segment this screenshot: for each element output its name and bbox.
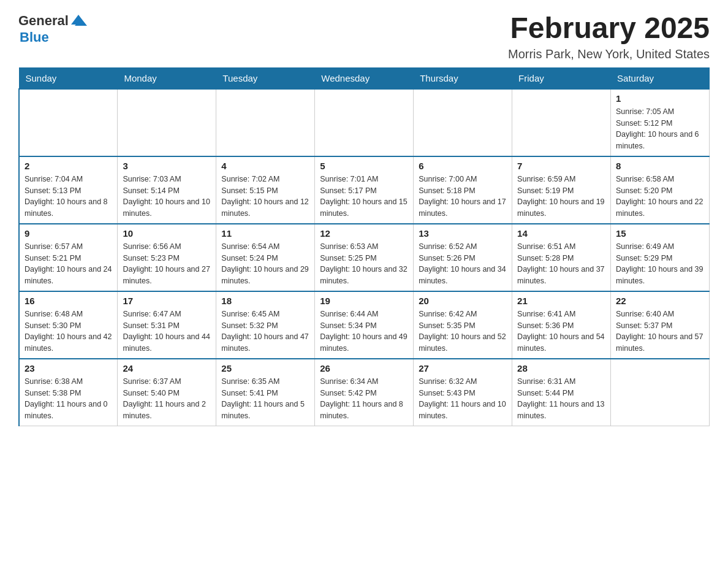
calendar-cell: 24Sunrise: 6:37 AMSunset: 5:40 PMDayligh…: [118, 359, 216, 426]
calendar-cell: 20Sunrise: 6:42 AMSunset: 5:35 PMDayligh…: [414, 291, 512, 359]
day-info: Sunrise: 6:53 AMSunset: 5:25 PMDaylight:…: [320, 241, 408, 287]
day-number: 4: [221, 161, 309, 171]
day-number: 9: [25, 228, 112, 239]
day-number: 28: [517, 363, 605, 373]
day-number: 15: [616, 228, 704, 239]
day-number: 14: [517, 228, 605, 239]
calendar-cell: 5Sunrise: 7:01 AMSunset: 5:17 PMDaylight…: [315, 156, 414, 224]
day-info: Sunrise: 6:34 AMSunset: 5:42 PMDaylight:…: [320, 376, 408, 422]
day-info: Sunrise: 7:01 AMSunset: 5:17 PMDaylight:…: [320, 174, 408, 220]
day-number: 1: [616, 93, 704, 104]
day-info: Sunrise: 7:02 AMSunset: 5:15 PMDaylight:…: [221, 174, 309, 220]
day-info: Sunrise: 6:41 AMSunset: 5:36 PMDaylight:…: [517, 308, 605, 354]
calendar-header-saturday: Saturday: [611, 67, 710, 89]
calendar-cell: 6Sunrise: 7:00 AMSunset: 5:18 PMDaylight…: [414, 156, 512, 224]
calendar-cell: 4Sunrise: 7:02 AMSunset: 5:15 PMDaylight…: [216, 156, 315, 224]
day-info: Sunrise: 6:59 AMSunset: 5:19 PMDaylight:…: [517, 174, 605, 220]
day-info: Sunrise: 6:42 AMSunset: 5:35 PMDaylight:…: [419, 308, 507, 354]
title-group: February 2025 Morris Park, New York, Uni…: [508, 12, 710, 61]
day-number: 11: [221, 228, 309, 239]
day-number: 2: [25, 161, 112, 171]
day-number: 24: [123, 363, 211, 373]
calendar-cell: [414, 89, 512, 156]
day-info: Sunrise: 6:48 AMSunset: 5:30 PMDaylight:…: [25, 308, 112, 354]
logo: General Blue: [18, 12, 87, 45]
calendar-cell: [216, 89, 315, 156]
day-number: 13: [419, 228, 507, 239]
calendar-cell: [611, 359, 710, 426]
calendar-header-tuesday: Tuesday: [216, 67, 315, 89]
calendar-cell: 23Sunrise: 6:38 AMSunset: 5:38 PMDayligh…: [19, 359, 118, 426]
calendar-header-friday: Friday: [512, 67, 611, 89]
calendar-cell: [512, 89, 611, 156]
day-info: Sunrise: 7:05 AMSunset: 5:12 PMDaylight:…: [616, 106, 704, 152]
day-number: 10: [123, 228, 211, 239]
calendar-header-thursday: Thursday: [414, 67, 512, 89]
day-info: Sunrise: 6:35 AMSunset: 5:41 PMDaylight:…: [221, 376, 309, 422]
day-number: 6: [419, 161, 507, 171]
calendar-cell: 7Sunrise: 6:59 AMSunset: 5:19 PMDaylight…: [512, 156, 611, 224]
calendar-cell: 28Sunrise: 6:31 AMSunset: 5:44 PMDayligh…: [512, 359, 611, 426]
calendar-table: SundayMondayTuesdayWednesdayThursdayFrid…: [18, 67, 710, 426]
calendar-cell: 11Sunrise: 6:54 AMSunset: 5:24 PMDayligh…: [216, 224, 315, 291]
day-number: 16: [25, 296, 112, 306]
day-info: Sunrise: 6:38 AMSunset: 5:38 PMDaylight:…: [25, 376, 112, 422]
day-info: Sunrise: 6:58 AMSunset: 5:20 PMDaylight:…: [616, 174, 704, 220]
day-number: 27: [419, 363, 507, 373]
day-info: Sunrise: 7:00 AMSunset: 5:18 PMDaylight:…: [419, 174, 507, 220]
day-info: Sunrise: 6:54 AMSunset: 5:24 PMDaylight:…: [221, 241, 309, 287]
day-info: Sunrise: 6:40 AMSunset: 5:37 PMDaylight:…: [616, 308, 704, 354]
day-info: Sunrise: 6:57 AMSunset: 5:21 PMDaylight:…: [25, 241, 112, 287]
day-info: Sunrise: 6:52 AMSunset: 5:26 PMDaylight:…: [419, 241, 507, 287]
day-number: 18: [221, 296, 309, 306]
day-number: 21: [517, 296, 605, 306]
calendar-week-row-3: 9Sunrise: 6:57 AMSunset: 5:21 PMDaylight…: [19, 224, 710, 291]
logo-text-general: General: [18, 13, 69, 29]
day-number: 12: [320, 228, 408, 239]
calendar-cell: 26Sunrise: 6:34 AMSunset: 5:42 PMDayligh…: [315, 359, 414, 426]
day-number: 7: [517, 161, 605, 171]
day-number: 20: [419, 296, 507, 306]
calendar-cell: 18Sunrise: 6:45 AMSunset: 5:32 PMDayligh…: [216, 291, 315, 359]
day-info: Sunrise: 7:04 AMSunset: 5:13 PMDaylight:…: [25, 174, 112, 220]
day-info: Sunrise: 6:51 AMSunset: 5:28 PMDaylight:…: [517, 241, 605, 287]
calendar-cell: 12Sunrise: 6:53 AMSunset: 5:25 PMDayligh…: [315, 224, 414, 291]
calendar-cell: 15Sunrise: 6:49 AMSunset: 5:29 PMDayligh…: [611, 224, 710, 291]
calendar-week-row-1: 1Sunrise: 7:05 AMSunset: 5:12 PMDaylight…: [19, 89, 710, 156]
calendar-cell: [19, 89, 118, 156]
day-info: Sunrise: 7:03 AMSunset: 5:14 PMDaylight:…: [123, 174, 211, 220]
calendar-cell: 25Sunrise: 6:35 AMSunset: 5:41 PMDayligh…: [216, 359, 315, 426]
day-info: Sunrise: 6:45 AMSunset: 5:32 PMDaylight:…: [221, 308, 309, 354]
logo-icon: [70, 12, 87, 29]
calendar-week-row-5: 23Sunrise: 6:38 AMSunset: 5:38 PMDayligh…: [19, 359, 710, 426]
calendar-title: February 2025: [508, 12, 710, 45]
calendar-cell: 17Sunrise: 6:47 AMSunset: 5:31 PMDayligh…: [118, 291, 216, 359]
day-number: 3: [123, 161, 211, 171]
calendar-cell: 27Sunrise: 6:32 AMSunset: 5:43 PMDayligh…: [414, 359, 512, 426]
calendar-cell: 21Sunrise: 6:41 AMSunset: 5:36 PMDayligh…: [512, 291, 611, 359]
page-header: General Blue February 2025 Morris Park, …: [18, 12, 710, 61]
calendar-week-row-4: 16Sunrise: 6:48 AMSunset: 5:30 PMDayligh…: [19, 291, 710, 359]
calendar-week-row-2: 2Sunrise: 7:04 AMSunset: 5:13 PMDaylight…: [19, 156, 710, 224]
day-number: 22: [616, 296, 704, 306]
day-info: Sunrise: 6:32 AMSunset: 5:43 PMDaylight:…: [419, 376, 507, 422]
day-number: 17: [123, 296, 211, 306]
calendar-cell: [315, 89, 414, 156]
day-info: Sunrise: 6:47 AMSunset: 5:31 PMDaylight:…: [123, 308, 211, 354]
calendar-header-monday: Monday: [118, 67, 216, 89]
logo-text-blue: Blue: [20, 29, 49, 45]
day-number: 23: [25, 363, 112, 373]
calendar-cell: 19Sunrise: 6:44 AMSunset: 5:34 PMDayligh…: [315, 291, 414, 359]
day-number: 26: [320, 363, 408, 373]
day-number: 5: [320, 161, 408, 171]
day-info: Sunrise: 6:44 AMSunset: 5:34 PMDaylight:…: [320, 308, 408, 354]
day-number: 19: [320, 296, 408, 306]
day-info: Sunrise: 6:31 AMSunset: 5:44 PMDaylight:…: [517, 376, 605, 422]
calendar-cell: 10Sunrise: 6:56 AMSunset: 5:23 PMDayligh…: [118, 224, 216, 291]
calendar-cell: 8Sunrise: 6:58 AMSunset: 5:20 PMDaylight…: [611, 156, 710, 224]
calendar-header-wednesday: Wednesday: [315, 67, 414, 89]
day-number: 8: [616, 161, 704, 171]
calendar-cell: 9Sunrise: 6:57 AMSunset: 5:21 PMDaylight…: [19, 224, 118, 291]
calendar-cell: [118, 89, 216, 156]
day-info: Sunrise: 6:37 AMSunset: 5:40 PMDaylight:…: [123, 376, 211, 422]
